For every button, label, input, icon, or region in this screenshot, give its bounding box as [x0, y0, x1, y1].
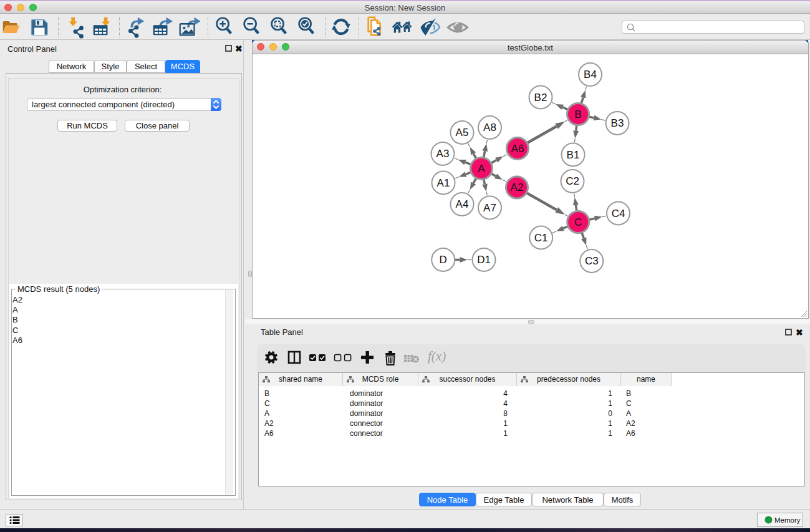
svg-text:A5: A5 [456, 127, 469, 138]
svg-text:C: C [574, 216, 582, 228]
svg-text:B4: B4 [584, 69, 597, 80]
svg-text:C3: C3 [585, 255, 599, 267]
svg-text:D1: D1 [477, 254, 491, 266]
svg-text:A6: A6 [511, 143, 524, 155]
svg-text:A3: A3 [436, 148, 450, 160]
svg-text:A2: A2 [511, 181, 524, 193]
svg-text:C2: C2 [566, 175, 579, 187]
svg-text:A4: A4 [456, 198, 469, 210]
svg-text:A1: A1 [437, 177, 450, 189]
svg-text:A8: A8 [483, 122, 496, 133]
svg-text:D: D [440, 254, 447, 266]
svg-text:B3: B3 [611, 117, 624, 129]
svg-text:B: B [574, 109, 581, 120]
svg-text:B1: B1 [567, 149, 580, 161]
svg-text:B2: B2 [534, 92, 547, 104]
svg-text:C1: C1 [534, 232, 548, 244]
svg-text:A: A [478, 163, 485, 175]
svg-text:C4: C4 [612, 208, 625, 220]
svg-text:A7: A7 [483, 202, 496, 214]
